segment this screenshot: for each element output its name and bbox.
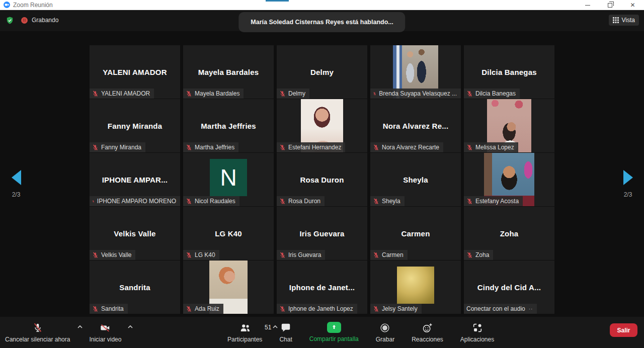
muted-mic-icon: [373, 252, 379, 258]
muted-mic-icon: [92, 198, 95, 205]
chat-icon: [280, 322, 291, 333]
participant-tile[interactable]: Carmen Carmen: [370, 207, 461, 260]
participant-tile[interactable]: Zoha Zoha: [464, 207, 554, 260]
chat-button[interactable]: Chat: [279, 317, 292, 348]
minimize-button[interactable]: [576, 0, 599, 10]
participant-tile[interactable]: Mayela Bardales Mayela Bardales: [183, 45, 274, 99]
view-button[interactable]: Vista: [609, 15, 639, 26]
participant-tile[interactable]: Estefany Acosta: [464, 153, 554, 206]
participant-label: Velkis Valle: [90, 250, 135, 260]
participant-label-text: Estefany Acosta: [475, 198, 519, 205]
participant-label-text: Sandrita: [101, 305, 124, 312]
participant-label-text: LG K40: [195, 251, 215, 258]
participant-label: YALENI AMADOR: [90, 89, 154, 99]
unmute-button[interactable]: Cancelar silenciar ahora: [5, 317, 70, 348]
reactions-icon: [422, 322, 433, 333]
participant-label-text: Carmen: [382, 251, 404, 258]
participant-label-text: Estefani Hernandez: [288, 144, 341, 151]
zoom-app-icon: [4, 2, 10, 8]
participant-label-text: Mayela Bardales: [195, 90, 239, 97]
participant-tile[interactable]: Nora Alvarez Re... Nora Alvarez Recarte: [370, 99, 461, 152]
participant-tile[interactable]: Delmy Delmy: [277, 45, 367, 99]
participant-tile[interactable]: Martha Jeffries Martha Jeffries: [183, 99, 274, 152]
recording-indicator[interactable]: Grabando: [21, 17, 58, 24]
participant-tile[interactable]: Cindy del Cid A... Conectar con el audio…: [464, 260, 554, 314]
window-titlebar: Zoom Reunión ✕: [0, 0, 644, 10]
muted-mic-icon: [186, 306, 192, 312]
participant-tile[interactable]: IPHONE AMPAR... IPHONE AMPARO MORENO: [90, 153, 180, 206]
participants-button[interactable]: Participantes 51: [227, 317, 262, 348]
participant-label: Ada Ruiz: [183, 304, 223, 314]
prev-page-button[interactable]: 2/3: [2, 170, 30, 198]
participant-tile[interactable]: Jelsy Santely: [370, 260, 461, 314]
participant-tile[interactable]: Dilcia Banegas Dilcia Banegas: [464, 45, 554, 99]
join-audio-dots-icon: ··: [529, 306, 533, 312]
participant-label: Mayela Bardales: [183, 89, 244, 99]
reactions-button[interactable]: Reacciones: [412, 317, 443, 348]
participant-tile[interactable]: Sheyla Sheyla: [370, 153, 461, 206]
muted-mic-icon: [466, 144, 473, 151]
participant-label-text: Iphone de Janeth Lopez: [288, 305, 353, 312]
participant-tile[interactable]: N Nicol Raudales: [183, 153, 274, 206]
mic-options-caret[interactable]: [77, 325, 83, 329]
participant-tile[interactable]: Estefani Hernandez: [277, 99, 367, 152]
restore-button[interactable]: [599, 0, 621, 10]
share-screen-icon: [327, 322, 341, 333]
participant-label-text: YALENI AMADOR: [101, 90, 150, 97]
participant-avatar: N: [210, 159, 247, 196]
participant-avatar: [397, 267, 434, 304]
participant-tile[interactable]: Iphone de Janet... Iphone de Janeth Lope…: [277, 260, 367, 314]
participant-label: Rosa Duron: [277, 196, 325, 206]
participant-tile[interactable]: Sandrita Sandrita: [90, 260, 180, 314]
next-page-button[interactable]: 2/3: [614, 170, 642, 198]
participant-tile[interactable]: Velkis Valle Velkis Valle: [90, 207, 180, 260]
apps-label: Aplicaciones: [460, 336, 494, 343]
participant-tile[interactable]: Melissa Lopez: [464, 99, 554, 152]
security-shield-icon[interactable]: [6, 16, 14, 25]
participants-options-caret[interactable]: [272, 325, 278, 329]
muted-mic-icon: [92, 144, 99, 151]
participant-tile[interactable]: Ada Ruiz: [183, 260, 274, 314]
close-icon: ✕: [630, 2, 635, 8]
muted-mic-toolbar-icon: [32, 322, 43, 333]
muted-mic-icon: [186, 252, 192, 258]
close-button[interactable]: ✕: [621, 0, 644, 10]
muted-mic-icon: [92, 91, 99, 97]
muted-mic-icon: [466, 198, 473, 205]
muted-mic-icon: [186, 91, 192, 97]
recording-dot-icon: [21, 17, 28, 24]
participant-label: Iphone de Janeth Lopez: [277, 304, 357, 314]
muted-mic-icon: [373, 198, 379, 205]
participant-tile[interactable]: Rosa Duron Rosa Duron: [277, 153, 367, 206]
participant-tile[interactable]: Iris Guevara Iris Guevara: [277, 207, 367, 260]
muted-camera-icon: [99, 322, 111, 333]
participant-label-text: Martha Jeffries: [195, 144, 234, 151]
participant-label-text: Fanny Miranda: [101, 144, 141, 151]
muted-mic-icon: [186, 198, 192, 205]
participant-label: Carmen: [370, 250, 408, 260]
speaking-toast: María Soledad Cisternas Reyes está habla…: [238, 12, 405, 32]
restore-icon: [608, 3, 612, 8]
leave-button[interactable]: Salir: [610, 323, 637, 337]
record-button[interactable]: Grabar: [376, 317, 394, 348]
participant-tile[interactable]: Brenda Suyapa Velasquez ...: [370, 45, 461, 99]
participant-label: Zoha: [464, 250, 493, 260]
apps-button[interactable]: Aplicaciones: [460, 317, 494, 348]
participant-tile[interactable]: YALENI AMADOR YALENI AMADOR: [90, 45, 180, 99]
muted-mic-icon: [373, 306, 379, 312]
participant-label-text: Sheyla: [382, 198, 400, 205]
muted-mic-icon: [373, 144, 379, 151]
participant-label-text: Ada Ruiz: [195, 305, 219, 312]
participant-label: Martha Jeffries: [183, 142, 238, 152]
start-video-button[interactable]: Iniciar video: [89, 317, 121, 348]
participant-tile[interactable]: Fanny Miranda Fanny Miranda: [90, 99, 180, 152]
muted-mic-icon: [279, 252, 286, 258]
share-screen-label: Compartir pantalla: [309, 335, 359, 342]
participant-tile[interactable]: LG K40 LG K40: [183, 207, 274, 260]
apps-icon: [472, 322, 483, 333]
share-screen-button[interactable]: Compartir pantalla: [309, 317, 359, 348]
video-options-caret[interactable]: [127, 325, 133, 329]
participant-label-text: Melissa Lopez: [475, 144, 514, 151]
participant-label-text: Velkis Valle: [101, 251, 131, 258]
participant-label: Conectar con el audio ··: [464, 304, 537, 314]
